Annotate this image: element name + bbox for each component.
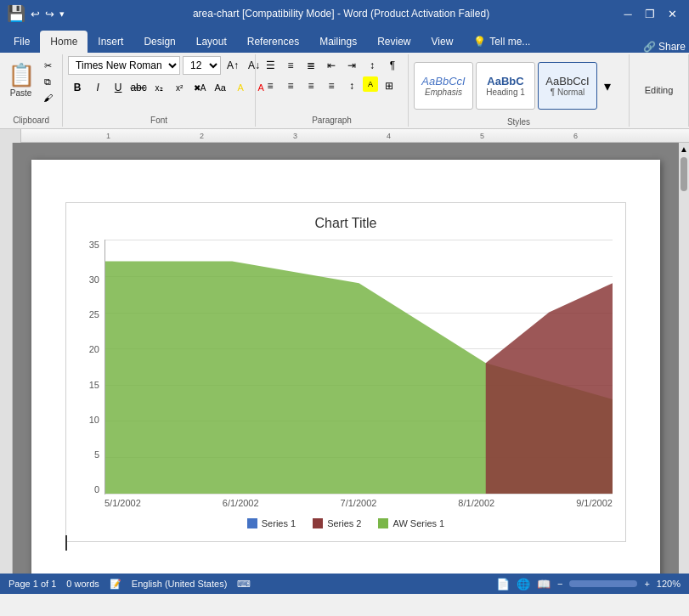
ruler-mark-3: 3 bbox=[293, 132, 297, 140]
font-row-1: Times New Roman 12 A↑ A↓ bbox=[68, 56, 263, 75]
borders-btn[interactable]: ⊞ bbox=[380, 76, 398, 95]
chart-area: 35 30 25 20 15 10 5 0 bbox=[79, 240, 613, 494]
redo-btn[interactable]: ↪ bbox=[45, 8, 54, 20]
tab-review[interactable]: Review bbox=[367, 31, 421, 53]
change-case-btn[interactable]: Aa bbox=[211, 78, 229, 97]
page-info: Page 1 of 1 bbox=[8, 579, 56, 589]
ruler-mark-2: 2 bbox=[200, 132, 204, 140]
bold-btn[interactable]: B bbox=[68, 78, 87, 97]
zoom-level: 120% bbox=[657, 579, 681, 589]
underline-btn[interactable]: U bbox=[109, 78, 127, 97]
status-left: Page 1 of 1 0 words 📝 English (United St… bbox=[8, 579, 251, 590]
shading-btn[interactable]: A bbox=[363, 76, 378, 92]
y-20: 20 bbox=[89, 344, 99, 354]
sort-btn[interactable]: ↕ bbox=[363, 56, 381, 75]
scroll-up-btn[interactable]: ▲ bbox=[680, 144, 688, 154]
undo-btn[interactable]: ↩ bbox=[31, 8, 40, 20]
align-left-btn[interactable]: ≡ bbox=[261, 76, 280, 95]
cut-btn[interactable]: ✂ bbox=[38, 58, 57, 73]
title-bar-title: area-chart [Compatibility Mode] - Word (… bbox=[65, 8, 618, 20]
editing-label-text: Editing bbox=[645, 85, 674, 95]
tab-tell-me[interactable]: 💡 Tell me... bbox=[463, 31, 540, 53]
superscript-btn[interactable]: x² bbox=[170, 78, 189, 97]
style-emphasis-label: Emphasis bbox=[425, 88, 462, 97]
restore-btn[interactable]: ❐ bbox=[640, 3, 660, 24]
scrollbar-vertical[interactable]: ▲ bbox=[679, 143, 689, 574]
tab-references[interactable]: References bbox=[237, 31, 309, 53]
style-emphasis[interactable]: AaBbCcI Emphasis bbox=[414, 62, 473, 110]
align-right-btn[interactable]: ≡ bbox=[302, 76, 320, 95]
legend-series1: Series 1 bbox=[247, 518, 296, 528]
style-normal-preview: AaBbCcI bbox=[545, 75, 589, 88]
paste-icon: 📋 bbox=[8, 62, 35, 88]
minimize-btn[interactable]: ─ bbox=[618, 3, 638, 24]
strikethrough-btn[interactable]: abc bbox=[129, 78, 148, 97]
styles-group: AaBbCcI Emphasis AaBbC Heading 1 AaBbCcI… bbox=[409, 54, 630, 127]
paragraph-group: ☰ ≡ ≣ ⇤ ⇥ ↕ ¶ ≡ ≡ ≡ ≡ ↕ A ⊞ Paragraph bbox=[256, 54, 409, 127]
font-group: Times New Roman 12 A↑ A↓ B I U abc x₂ x²… bbox=[63, 54, 256, 127]
scroll-thumb[interactable] bbox=[681, 157, 687, 191]
title-bar-left: 💾 ↩ ↪ ▾ bbox=[7, 4, 65, 23]
x-label-0: 5/1/2002 bbox=[104, 498, 141, 508]
styles-more-btn[interactable]: ▾ bbox=[600, 56, 615, 116]
show-formatting-btn[interactable]: ¶ bbox=[383, 56, 402, 75]
subscript-btn[interactable]: x₂ bbox=[150, 78, 168, 97]
justify-btn[interactable]: ≡ bbox=[322, 76, 341, 95]
x-label-2: 7/1/2002 bbox=[341, 498, 377, 508]
decrease-indent-btn[interactable]: ⇤ bbox=[322, 56, 341, 75]
track-changes-icon: 📝 bbox=[110, 579, 121, 590]
style-heading1[interactable]: AaBbC Heading 1 bbox=[476, 62, 535, 110]
doc-scroll[interactable]: Chart Title 35 30 25 20 15 10 5 0 bbox=[13, 143, 679, 574]
tab-view[interactable]: View bbox=[421, 31, 464, 53]
tab-layout[interactable]: Layout bbox=[186, 31, 237, 53]
zoom-out-btn[interactable]: − bbox=[557, 579, 562, 589]
copy-btn[interactable]: ⧉ bbox=[38, 74, 57, 89]
y-30: 30 bbox=[89, 274, 99, 285]
share-btn[interactable]: 🔗 Share bbox=[643, 41, 686, 53]
tab-home[interactable]: Home bbox=[40, 31, 88, 53]
increase-indent-btn[interactable]: ⇥ bbox=[342, 56, 361, 75]
legend-aw-series1-label: AW Series 1 bbox=[393, 518, 444, 528]
font-size-select[interactable]: 12 bbox=[183, 56, 221, 75]
word-icon: 💾 bbox=[7, 4, 25, 23]
view-read-btn[interactable]: 📖 bbox=[537, 578, 551, 591]
format-painter-btn[interactable]: 🖌 bbox=[38, 90, 57, 105]
font-family-select[interactable]: Times New Roman bbox=[68, 56, 180, 75]
paste-btn[interactable]: 📋 Paste bbox=[5, 56, 37, 104]
cursor-line bbox=[65, 535, 67, 551]
tab-design[interactable]: Design bbox=[133, 31, 185, 53]
view-web-btn[interactable]: 🌐 bbox=[517, 578, 530, 591]
tab-mailings[interactable]: Mailings bbox=[309, 31, 367, 53]
zoom-slider[interactable] bbox=[569, 580, 637, 587]
ruler-mark-5: 5 bbox=[480, 132, 484, 140]
para-row-2: ≡ ≡ ≡ ≡ ↕ A ⊞ bbox=[261, 76, 398, 95]
style-normal[interactable]: AaBbCcI ¶ Normal bbox=[538, 62, 597, 110]
align-center-btn[interactable]: ≡ bbox=[281, 76, 300, 95]
text-highlight-btn[interactable]: A bbox=[231, 78, 250, 97]
legend-series2: Series 2 bbox=[313, 518, 361, 528]
multilevel-btn[interactable]: ≣ bbox=[302, 56, 320, 75]
bullets-btn[interactable]: ☰ bbox=[261, 56, 280, 75]
word-count: 0 words bbox=[66, 579, 99, 589]
zoom-in-btn[interactable]: + bbox=[644, 579, 649, 589]
tab-insert[interactable]: Insert bbox=[88, 31, 133, 53]
editing-group: Editing bbox=[630, 54, 689, 127]
input-mode-icon: ⌨ bbox=[237, 579, 251, 590]
ruler-mark-4: 4 bbox=[387, 132, 391, 140]
y-15: 15 bbox=[89, 380, 99, 390]
y-35: 35 bbox=[89, 240, 99, 250]
grow-font-btn[interactable]: A↑ bbox=[223, 56, 242, 75]
view-print-btn[interactable]: 📄 bbox=[496, 578, 510, 591]
italic-btn[interactable]: I bbox=[88, 78, 107, 97]
numbering-btn[interactable]: ≡ bbox=[281, 56, 300, 75]
status-right: 📄 🌐 📖 − + 120% bbox=[496, 578, 681, 591]
y-25: 25 bbox=[89, 309, 99, 319]
clear-format-btn[interactable]: ✖A bbox=[190, 78, 209, 97]
legend-series1-color bbox=[247, 518, 257, 528]
tab-file[interactable]: File bbox=[3, 31, 40, 53]
title-bar: 💾 ↩ ↪ ▾ area-chart [Compatibility Mode] … bbox=[0, 0, 689, 27]
close-btn[interactable]: ✕ bbox=[662, 3, 682, 24]
ruler-mark-6: 6 bbox=[573, 132, 578, 140]
clipboard-small-btns: ✂ ⧉ 🖌 bbox=[38, 58, 57, 105]
line-spacing-btn[interactable]: ↕ bbox=[342, 76, 361, 95]
